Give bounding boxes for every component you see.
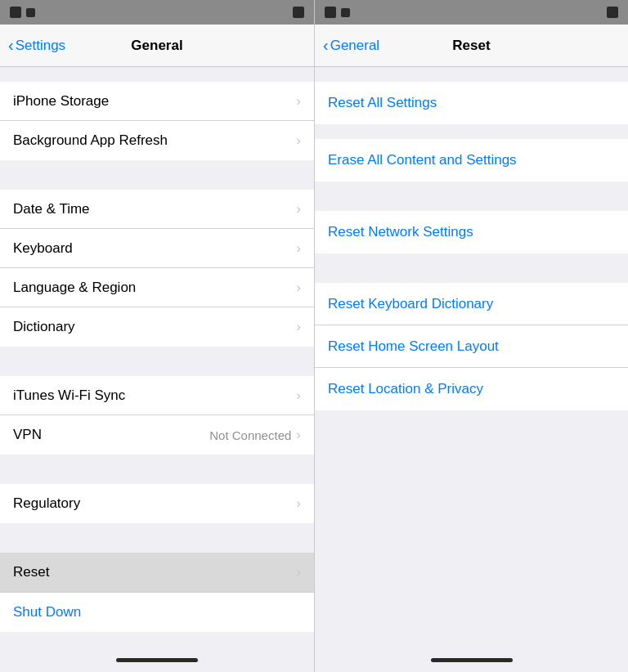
left-home-indicator (0, 647, 314, 672)
right-status-dot-right (607, 7, 618, 18)
left-chevron-background-app-refresh: › (296, 132, 301, 149)
left-chevron-regulatory: › (296, 495, 301, 512)
left-gap-4 (0, 455, 314, 484)
right-label-reset-keyboard: Reset Keyboard Dictionary (328, 296, 493, 312)
right-label-reset-all-settings: Reset All Settings (328, 95, 437, 111)
right-back-chevron-icon: ‹ (323, 37, 329, 53)
left-group-3: iTunes Wi-Fi Sync › VPN Not Connected › (0, 376, 314, 455)
right-gap-1 (315, 67, 628, 82)
left-group-1: iPhone Storage › Background App Refresh … (0, 82, 314, 160)
left-item-date-time[interactable]: Date & Time › (0, 190, 314, 229)
right-item-erase-all[interactable]: Erase All Content and Settings (315, 139, 628, 181)
right-panel: ‹ General Reset Reset All Settings Erase… (314, 0, 628, 672)
right-item-reset-keyboard[interactable]: Reset Keyboard Dictionary (315, 283, 628, 325)
left-nav-bar: ‹ Settings General (0, 25, 314, 67)
right-label-erase-all: Erase All Content and Settings (328, 152, 517, 168)
left-chevron-keyboard: › (296, 240, 301, 257)
right-item-reset-home-screen[interactable]: Reset Home Screen Layout (315, 325, 628, 368)
left-label-regulatory: Regulatory (13, 495, 296, 512)
left-gap-2 (0, 160, 314, 190)
left-label-vpn: VPN (13, 427, 209, 443)
right-status-dot-2 (341, 8, 350, 17)
left-label-background-app-refresh: Background App Refresh (13, 132, 296, 149)
left-status-bar (0, 0, 314, 25)
left-item-iphone-storage[interactable]: iPhone Storage › (0, 82, 314, 121)
left-group-2: Date & Time › Keyboard › Language & Regi… (0, 190, 314, 347)
left-label-shutdown: Shut Down (13, 604, 301, 620)
left-chevron-itunes-wifi: › (296, 388, 301, 404)
left-item-language-region[interactable]: Language & Region › (0, 268, 314, 307)
left-label-iphone-storage: iPhone Storage (13, 93, 296, 110)
left-back-label: Settings (16, 38, 65, 54)
right-group-2: Erase All Content and Settings (315, 139, 628, 181)
right-group-4: Reset Keyboard Dictionary Reset Home Scr… (315, 283, 628, 410)
left-item-dictionary[interactable]: Dictionary › (0, 307, 314, 347)
left-item-reset[interactable]: Reset › (0, 553, 314, 592)
left-item-background-app-refresh[interactable]: Background App Refresh › (0, 121, 314, 160)
status-dot-2 (26, 8, 35, 17)
left-gap-5 (0, 523, 314, 553)
status-dot-right (293, 7, 304, 18)
left-group-5: Reset › (0, 553, 314, 592)
left-label-dictionary: Dictionary (13, 319, 296, 335)
right-gap-4 (315, 253, 628, 283)
left-panel: ‹ Settings General iPhone Storage › Back… (0, 0, 314, 672)
right-status-bar (315, 0, 628, 25)
left-group-4: Regulatory › (0, 484, 314, 523)
right-group-1: Reset All Settings (315, 82, 628, 124)
right-back-label: General (330, 38, 379, 54)
left-gap-3 (0, 347, 314, 376)
right-item-reset-network[interactable]: Reset Network Settings (315, 211, 628, 253)
status-dot-1 (10, 7, 21, 18)
right-nav-title: Reset (452, 38, 490, 54)
right-home-indicator (315, 647, 628, 672)
left-chevron-iphone-storage: › (296, 93, 301, 110)
right-label-reset-network: Reset Network Settings (328, 224, 473, 240)
right-nav-bar: ‹ General Reset (315, 25, 628, 67)
left-item-vpn[interactable]: VPN Not Connected › (0, 415, 314, 455)
left-item-shutdown[interactable]: Shut Down (0, 593, 314, 632)
left-label-keyboard: Keyboard (13, 240, 296, 257)
right-label-reset-home-screen: Reset Home Screen Layout (328, 338, 499, 355)
right-item-reset-all-settings[interactable]: Reset All Settings (315, 82, 628, 124)
left-chevron-date-time: › (296, 201, 301, 217)
right-label-reset-location: Reset Location & Privacy (328, 381, 483, 397)
left-back-chevron-icon: ‹ (8, 37, 14, 53)
left-label-date-time: Date & Time (13, 201, 296, 217)
left-chevron-dictionary: › (296, 319, 301, 335)
right-status-dot-1 (325, 7, 336, 18)
left-item-itunes-wifi[interactable]: iTunes Wi-Fi Sync › (0, 376, 314, 415)
left-chevron-language-region: › (296, 280, 301, 296)
left-group-6: Shut Down (0, 592, 314, 632)
left-chevron-vpn: › (296, 427, 301, 443)
right-home-bar (431, 658, 513, 662)
left-back-button[interactable]: ‹ Settings (8, 38, 65, 54)
right-gap-2 (315, 124, 628, 139)
left-item-regulatory[interactable]: Regulatory › (0, 484, 314, 523)
left-gap-1 (0, 67, 314, 82)
left-label-itunes-wifi: iTunes Wi-Fi Sync (13, 388, 296, 404)
left-home-bar (116, 658, 198, 662)
right-back-button[interactable]: ‹ General (323, 38, 379, 54)
left-label-language-region: Language & Region (13, 280, 296, 296)
left-nav-title: General (131, 38, 182, 54)
right-item-reset-location[interactable]: Reset Location & Privacy (315, 368, 628, 410)
left-item-keyboard[interactable]: Keyboard › (0, 229, 314, 268)
left-value-vpn: Not Connected (209, 428, 291, 442)
right-gap-3 (315, 181, 628, 211)
left-chevron-reset: › (296, 564, 301, 580)
right-group-3: Reset Network Settings (315, 211, 628, 253)
left-label-reset: Reset (13, 564, 296, 580)
